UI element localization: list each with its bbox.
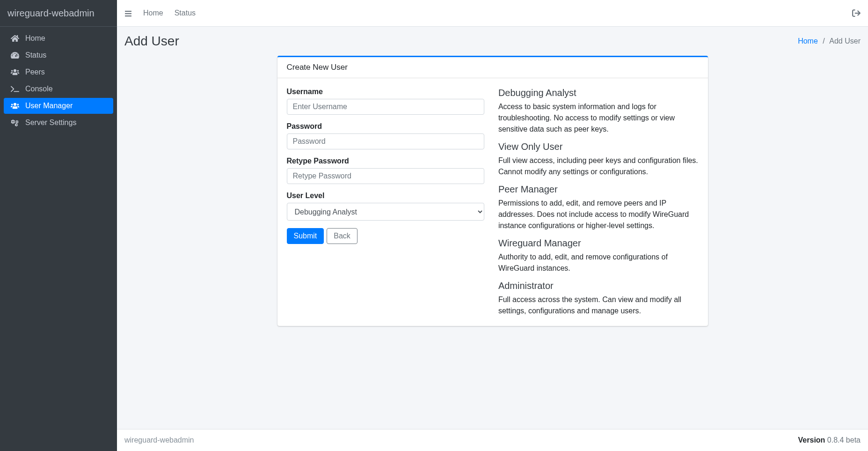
retype-password-label: Retype Password	[287, 157, 484, 165]
password-label: Password	[287, 122, 484, 131]
user-level-select[interactable]: Debugging Analyst	[287, 203, 484, 221]
users-icon	[9, 68, 21, 76]
role-desc: Permissions to add, edit, and remove pee…	[498, 198, 699, 231]
back-button[interactable]: Back	[327, 228, 357, 244]
menu-toggle[interactable]	[124, 9, 132, 17]
role-title: Administrator	[498, 281, 699, 291]
footer-version-value: 0.8.4 beta	[825, 436, 861, 444]
username-input[interactable]	[287, 99, 484, 115]
card-title: Create New User	[277, 57, 708, 78]
role-title: Debugging Analyst	[498, 88, 699, 98]
sidebar-item-user-manager[interactable]: User Manager	[4, 98, 113, 114]
sidebar-item-label: Home	[25, 34, 45, 43]
footer-left: wireguard-webadmin	[124, 436, 194, 444]
password-input[interactable]	[287, 133, 484, 149]
breadcrumb: Home / Add User	[798, 37, 861, 45]
page-title: Add User	[124, 34, 179, 49]
terminal-icon	[9, 85, 21, 93]
role-title: Wireguard Manager	[498, 238, 699, 249]
role-desc: Full view access, including peer keys an…	[498, 155, 699, 177]
content: Create New User Username Password Retype…	[117, 56, 868, 429]
username-label: Username	[287, 88, 484, 96]
nav-link-status[interactable]: Status	[175, 9, 196, 17]
submit-button[interactable]: Submit	[287, 228, 324, 244]
sidebar-item-label: Server Settings	[25, 118, 76, 127]
sidebar: wireguard-webadmin Home Status	[0, 0, 117, 451]
sidebar-item-label: Peers	[25, 68, 45, 76]
footer-version-label: Version	[798, 436, 825, 444]
sidebar-nav: Home Status Peers	[0, 27, 117, 132]
role-desc: Access to basic system information and l…	[498, 101, 699, 135]
logout-icon[interactable]	[852, 9, 861, 17]
breadcrumb-current: Add User	[829, 37, 861, 45]
role-descriptions: Debugging Analyst Access to basic system…	[498, 88, 699, 317]
breadcrumb-sep: /	[820, 37, 827, 45]
sidebar-item-server-settings[interactable]: Server Settings	[4, 115, 113, 131]
home-icon	[9, 34, 21, 43]
role-desc: Authority to add, edit, and remove confi…	[498, 251, 699, 274]
gauge-icon	[9, 51, 21, 59]
form-column: Username Password Retype Password U	[287, 88, 484, 317]
footer-version: Version 0.8.4 beta	[798, 436, 861, 444]
sidebar-item-home[interactable]: Home	[4, 30, 113, 46]
sidebar-item-label: User Manager	[25, 102, 73, 110]
footer: wireguard-webadmin Version 0.8.4 beta	[117, 429, 868, 451]
role-title: View Only User	[498, 141, 699, 152]
sidebar-item-peers[interactable]: Peers	[4, 64, 113, 80]
sidebar-brand[interactable]: wireguard-webadmin	[0, 0, 117, 27]
retype-password-input[interactable]	[287, 168, 484, 184]
role-desc: Full access across the system. Can view …	[498, 294, 699, 317]
users-icon	[9, 102, 21, 110]
nav-link-home[interactable]: Home	[143, 9, 163, 17]
top-navbar: Home Status	[117, 0, 868, 27]
user-level-label: User Level	[287, 192, 484, 200]
sidebar-item-label: Status	[25, 51, 46, 59]
content-header: Add User Home / Add User	[117, 27, 868, 56]
role-title: Peer Manager	[498, 184, 699, 195]
sidebar-item-status[interactable]: Status	[4, 47, 113, 63]
main: Home Status Add User Home / Add User Cre…	[117, 0, 868, 451]
cogs-icon	[9, 118, 21, 127]
sidebar-item-label: Console	[25, 85, 53, 93]
create-user-card: Create New User Username Password Retype…	[277, 56, 708, 326]
breadcrumb-home[interactable]: Home	[798, 37, 818, 45]
sidebar-item-console[interactable]: Console	[4, 81, 113, 97]
